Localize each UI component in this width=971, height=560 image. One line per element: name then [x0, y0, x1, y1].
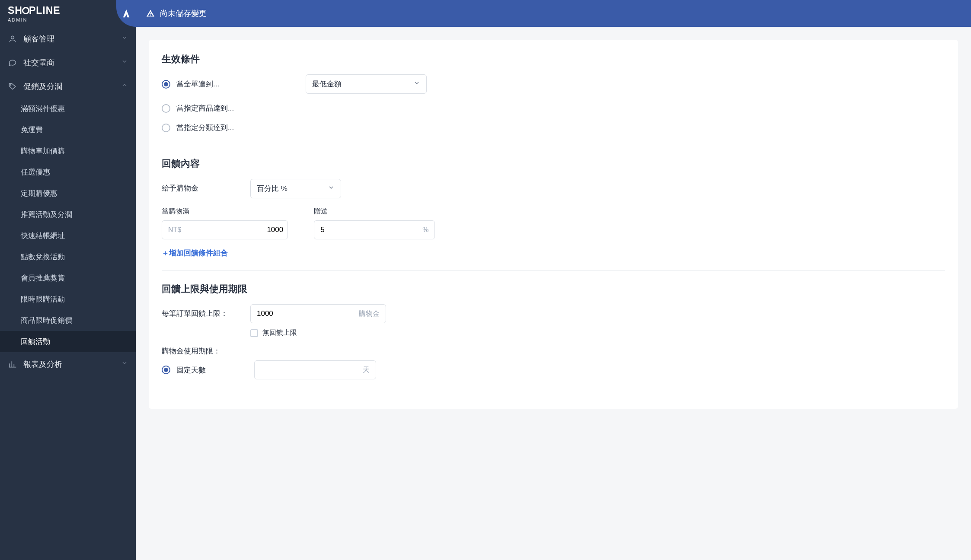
days-unit: 天	[357, 366, 376, 375]
chevron-down-icon	[121, 34, 128, 43]
reward-input-group: %	[314, 220, 435, 239]
sidebar-sub-item-1[interactable]: 免運費	[0, 119, 136, 140]
section-cap-validity: 回饋上限與使用期限 每筆訂單回饋上限： 購物金 無回饋上限	[162, 270, 945, 391]
chevron-down-icon	[413, 80, 420, 89]
sidebar-sub-item-9[interactable]: 限時限購活動	[0, 289, 136, 310]
condition-label: 當全單達到...	[176, 79, 219, 89]
collapse-icon	[121, 9, 131, 18]
sidebar-sub-item-8[interactable]: 會員推薦獎賞	[0, 267, 136, 289]
chevron-up-icon	[121, 82, 128, 91]
condition-radio-0[interactable]	[162, 80, 170, 89]
validity-days-input[interactable]	[255, 366, 357, 374]
section-title: 回饋上限與使用期限	[162, 283, 945, 296]
reward-label: 贈送	[314, 207, 435, 216]
validity-label: 購物金使用期限：	[162, 346, 233, 356]
cap-label: 每筆訂單回饋上限：	[162, 304, 233, 318]
sidebar-item-social[interactable]: 社交電商	[0, 51, 136, 74]
brand-logo: SHPLINE	[8, 5, 61, 16]
reward-col: 贈送 %	[314, 207, 435, 239]
sidebar-sub-item-10[interactable]: 商品限時促銷價	[0, 310, 136, 331]
nav-label: 顧客管理	[23, 34, 54, 44]
chat-icon	[8, 58, 17, 67]
sidebar-sub-item-6[interactable]: 快速結帳網址	[0, 225, 136, 246]
cap-row: 每筆訂單回饋上限： 購物金 無回饋上限	[162, 304, 945, 337]
content-area[interactable]: 生效條件 當全單達到... 最低金額	[136, 27, 971, 560]
topbar-warning: 尚未儲存變更	[136, 0, 971, 27]
condition-type-select[interactable]: 最低金額	[306, 74, 427, 94]
threshold-col: 當購物滿 NT$	[162, 207, 288, 239]
user-icon	[8, 34, 17, 44]
threshold-input-group: NT$	[162, 220, 288, 239]
chevron-down-icon	[121, 58, 128, 67]
condition-label: 當指定商品達到...	[176, 103, 234, 113]
chevron-down-icon	[328, 184, 335, 193]
nav-label: 促銷及分潤	[23, 81, 62, 92]
sidebar-collapse-button[interactable]	[116, 0, 136, 27]
cap-unit: 購物金	[353, 309, 386, 318]
no-cap-checkbox[interactable]	[250, 329, 258, 337]
sidebar-item-promotion[interactable]: 促銷及分潤	[0, 74, 136, 98]
section-title: 回饋內容	[162, 157, 945, 170]
validity-label-row: 購物金使用期限：	[162, 346, 945, 356]
section-conditions: 生效條件 當全單達到... 最低金額	[162, 53, 945, 145]
select-value: 最低金額	[312, 79, 342, 89]
validity-row-0: 固定天數 天	[162, 360, 945, 379]
cap-input[interactable]	[251, 309, 353, 318]
condition-row-2: 當指定分類達到...	[162, 123, 945, 133]
add-combo-button[interactable]: ＋增加回饋條件組合	[162, 248, 945, 258]
sidebar-sub-item-2[interactable]: 購物車加價購	[0, 140, 136, 162]
validity-option-label: 固定天數	[176, 365, 241, 375]
threshold-row: 當購物滿 NT$ 贈送 %	[162, 207, 945, 239]
sidebar-sub-item-3[interactable]: 任選優惠	[0, 162, 136, 183]
threshold-input[interactable]	[187, 226, 287, 234]
section-reward-content: 回饋內容 給予購物金 百分比 % 當購物滿	[162, 145, 945, 270]
currency-prefix: NT$	[162, 226, 187, 234]
sidebar-sub-item-7[interactable]: 點數兌換活動	[0, 246, 136, 267]
reward-input[interactable]	[314, 226, 416, 234]
form-card: 生效條件 當全單達到... 最低金額	[149, 40, 958, 409]
logo-area: SHPLINE ADMIN	[0, 0, 136, 27]
no-cap-row: 無回饋上限	[250, 328, 386, 337]
nav-label: 報表及分析	[23, 359, 62, 369]
svg-point-0	[11, 36, 14, 39]
sidebar-sub-item-11[interactable]: 回饋活動	[0, 331, 136, 352]
percent-suffix: %	[416, 226, 434, 234]
sidebar-sub-item-5[interactable]: 推薦活動及分潤	[0, 204, 136, 225]
chevron-down-icon	[121, 360, 128, 369]
credit-label: 給予購物金	[162, 179, 233, 193]
validity-radio-0[interactable]	[162, 366, 170, 374]
condition-label: 當指定分類達到...	[176, 123, 234, 133]
nav-label: 社交電商	[23, 57, 54, 68]
main: 尚未儲存變更 生效條件 當全單達到... 最低金額	[136, 0, 971, 560]
topbar-warning-text: 尚未儲存變更	[160, 8, 207, 19]
svg-point-1	[10, 84, 11, 85]
condition-radio-2[interactable]	[162, 124, 170, 132]
sidebar-sub-item-0[interactable]: 滿額滿件優惠	[0, 98, 136, 119]
credit-type-select[interactable]: 百分比 %	[250, 179, 341, 198]
sidebar: SHPLINE ADMIN 顧客管理 社交電商	[0, 0, 136, 560]
validity-days-group: 天	[254, 360, 376, 379]
condition-row-0: 當全單達到... 最低金額	[162, 74, 945, 94]
sidebar-sub-item-4[interactable]: 定期購優惠	[0, 183, 136, 204]
threshold-label: 當購物滿	[162, 207, 288, 216]
sidebar-sub-promotion: 滿額滿件優惠免運費購物車加價購任選優惠定期購優惠推薦活動及分潤快速結帳網址點數兌…	[0, 98, 136, 352]
sidebar-item-reports[interactable]: 報表及分析	[0, 352, 136, 376]
brand-sub: ADMIN	[8, 17, 61, 22]
section-title: 生效條件	[162, 53, 945, 66]
tag-icon	[8, 82, 17, 91]
cap-input-group: 購物金	[250, 304, 386, 323]
warning-icon	[146, 9, 155, 18]
condition-radio-1[interactable]	[162, 104, 170, 113]
no-cap-label: 無回饋上限	[262, 328, 297, 337]
credit-row: 給予購物金 百分比 %	[162, 179, 945, 198]
sidebar-item-customers[interactable]: 顧客管理	[0, 27, 136, 51]
select-value: 百分比 %	[257, 184, 287, 194]
condition-row-1: 當指定商品達到...	[162, 103, 945, 113]
chart-icon	[8, 360, 17, 369]
